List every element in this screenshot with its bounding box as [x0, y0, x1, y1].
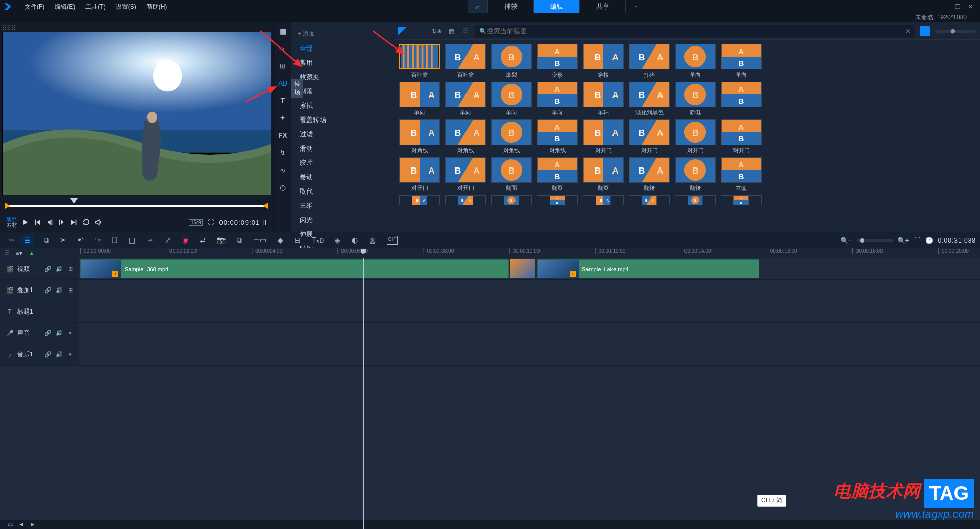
category-item[interactable]: 三维 [291, 199, 394, 213]
grid-icon[interactable]: ▦ [447, 27, 456, 36]
category-item[interactable]: 全部 [291, 41, 394, 56]
chroma-icon[interactable]: ▨ [369, 236, 376, 245]
transition-thumb[interactable]: B [675, 119, 716, 145]
category-item[interactable]: 滑动 [291, 141, 394, 156]
transition-tab-icon[interactable]: AB 转场 [278, 79, 288, 88]
menu-help[interactable]: 帮助(H) [141, 3, 173, 11]
tab-share[interactable]: 共享 [580, 0, 626, 13]
category-item[interactable]: 收藏夹 [291, 70, 394, 84]
track-icon[interactable]: ⊟ [295, 236, 301, 245]
transition-thumb[interactable]: B [491, 157, 532, 183]
template-tab-icon[interactable]: ⊞ [278, 61, 288, 70]
menu-file[interactable]: 文件(F) [19, 3, 50, 11]
transition-item[interactable]: AB对开门 [720, 119, 762, 154]
transition-thumb[interactable]: BA [445, 195, 486, 205]
lock-toggle[interactable]: ⊞ [66, 266, 75, 272]
category-item[interactable]: 胶片 [291, 156, 394, 170]
clear-search-icon[interactable]: ✕ [905, 28, 911, 35]
transition-item[interactable]: B [674, 195, 716, 205]
fit-icon[interactable]: ⛶ [914, 237, 920, 244]
menu-edit[interactable]: 编辑(E) [50, 3, 80, 11]
category-item[interactable]: 卷动 [291, 170, 394, 184]
category-item[interactable]: 闪光 [291, 213, 394, 227]
volume-icon[interactable] [95, 219, 102, 226]
transition-item[interactable]: BA对开门 [399, 157, 440, 192]
overlay-track[interactable]: 🎬叠加1🔗🔊⊞ [0, 280, 980, 301]
t3d-icon[interactable]: T₃ᴅ [312, 236, 324, 245]
zoom-in-icon[interactable]: 🔍+ [898, 237, 909, 244]
category-item[interactable]: 取代 [291, 184, 394, 199]
skip-start-icon[interactable] [34, 219, 41, 226]
transition-clip[interactable] [510, 259, 535, 278]
fx-tab-icon[interactable]: FX [278, 131, 288, 140]
transition-item[interactable]: AB对角线 [536, 119, 578, 154]
transition-thumb[interactable]: B [675, 82, 716, 107]
transition-thumb[interactable]: B [675, 195, 716, 205]
audio-tab-icon[interactable]: ♪ [278, 44, 288, 53]
scroll-left-icon[interactable]: ◄ [18, 521, 24, 528]
transition-thumb[interactable]: BA [445, 119, 486, 145]
clip-1[interactable]: ♪ Sample_360.mp4 [80, 259, 509, 278]
transition-thumb[interactable]: AB [721, 44, 762, 69]
transition-item[interactable]: BA百叶窗 [445, 44, 486, 79]
transition-thumb[interactable]: B [675, 157, 716, 183]
minimize-icon[interactable]: ― [942, 3, 948, 10]
category-item[interactable]: 常用 [291, 56, 394, 70]
tab-edit[interactable]: 编辑 [534, 0, 580, 13]
transition-thumb[interactable]: BA [399, 195, 440, 205]
menu-tool[interactable]: 工具(T) [80, 3, 110, 11]
transition-item[interactable]: BA单轴 [582, 82, 624, 116]
transition-item[interactable]: BA [399, 195, 440, 205]
transition-item[interactable]: BA单向 [399, 82, 440, 116]
add-clip-icon[interactable]: +▭ [4, 521, 13, 528]
transition-item[interactable]: B对角线 [491, 119, 532, 154]
transition-thumb[interactable]: BA [399, 82, 440, 107]
transition-thumb[interactable]: B [491, 82, 532, 107]
transition-item[interactable]: AB [720, 82, 762, 116]
menu-settings[interactable]: 设置(S) [111, 3, 141, 11]
transition-thumb[interactable]: BA [629, 119, 670, 145]
speed-tab-icon[interactable]: ◷ [278, 183, 288, 192]
transition-item[interactable]: AB单向 [720, 44, 762, 79]
drag-handle[interactable]: ⠿⠿⠿ [2, 25, 271, 32]
timeline-view-icon[interactable]: ☰ [20, 235, 34, 246]
transition-item[interactable]: B对开门 [674, 119, 716, 154]
reverse-icon[interactable]: ⇄ [200, 236, 206, 245]
clock-icon[interactable]: 🕐 [925, 237, 933, 244]
transition-item[interactable]: BA穿梭 [582, 44, 624, 79]
transition-thumb[interactable]: BA [583, 82, 624, 107]
sort-icon[interactable]: ⇅★ [432, 27, 442, 36]
storyboard-view-icon[interactable]: ▭ [4, 235, 17, 246]
transition-thumb[interactable]: BA [629, 82, 670, 107]
transition-thumb[interactable]: AB [721, 195, 762, 205]
transition-thumb[interactable]: B [491, 119, 532, 145]
favorite-flag-icon[interactable] [398, 27, 407, 36]
preview-mode-labels[interactable]: 项目素材 [6, 217, 17, 228]
category-item[interactable]: 剥落 [291, 84, 394, 99]
title-track[interactable]: T标题1 [0, 301, 980, 323]
motion-tab-icon[interactable]: ↯ [278, 148, 288, 157]
link-icon[interactable]: ⧉ [237, 236, 242, 245]
aspect-badge[interactable]: 16:9 [189, 219, 203, 226]
tab-home[interactable]: ⌂ [468, 0, 488, 13]
transition-thumb[interactable]: BA [583, 157, 624, 183]
transition-item[interactable]: BA对开门 [582, 119, 624, 154]
close-icon[interactable]: ✕ [968, 3, 973, 10]
mask-icon[interactable]: ◐ [352, 236, 358, 245]
transition-thumb[interactable]: BA [445, 82, 486, 107]
mute-toggle[interactable]: 🔊 [55, 266, 64, 272]
search-input[interactable] [487, 27, 905, 35]
transition-thumb[interactable] [399, 44, 440, 69]
skip-end-icon[interactable] [70, 219, 78, 226]
tab-upload[interactable]: ↑ [626, 0, 646, 13]
transition-item[interactable]: B翻面 [491, 157, 532, 192]
transition-item[interactable]: B单向 [491, 82, 532, 116]
transition-thumb[interactable]: BA [583, 44, 624, 69]
snapshot-icon[interactable]: 📷 [217, 236, 226, 245]
transition-thumb[interactable]: AB [537, 82, 578, 107]
add-track-icon[interactable]: ▲ [29, 250, 35, 257]
transition-item[interactable]: BA [445, 195, 486, 205]
transition-thumb[interactable]: BA [583, 195, 624, 205]
delete-icon[interactable]: ▭⃠ [112, 236, 117, 245]
transition-item[interactable]: AB [536, 195, 578, 205]
